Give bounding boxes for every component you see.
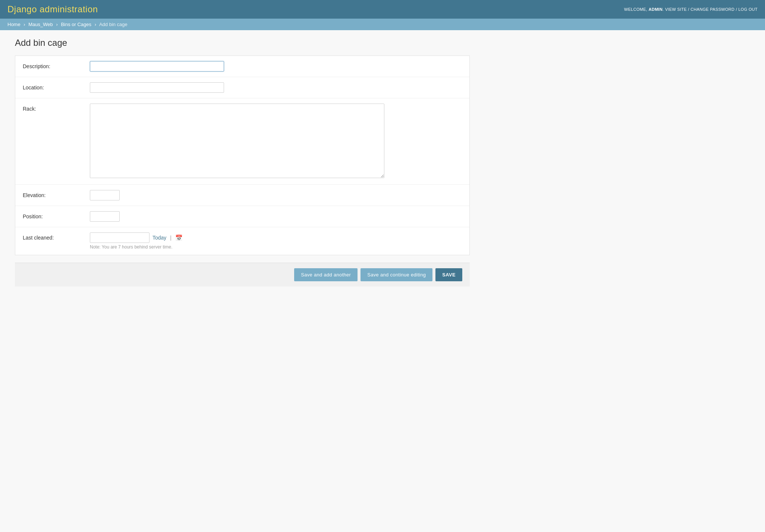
rack-textarea[interactable] bbox=[90, 104, 384, 178]
position-row: Position: bbox=[15, 206, 469, 227]
location-row: Location: bbox=[15, 77, 469, 98]
rack-row: Rack: bbox=[15, 98, 469, 185]
date-separator: | bbox=[170, 235, 171, 241]
site-header: Django administration WELCOME, ADMIN. VI… bbox=[0, 0, 765, 19]
username: ADMIN bbox=[649, 7, 663, 12]
breadcrumb-maus-web[interactable]: Maus_Web bbox=[28, 22, 53, 27]
site-title: Django administration bbox=[7, 4, 98, 15]
description-label: Description: bbox=[23, 61, 90, 69]
submit-row: Save and add another Save and continue e… bbox=[15, 263, 470, 286]
breadcrumb-separator-1: › bbox=[23, 22, 25, 27]
today-link[interactable]: Today bbox=[152, 235, 166, 241]
last-cleaned-label: Last cleaned: bbox=[23, 232, 90, 241]
last-cleaned-date-input[interactable] bbox=[90, 232, 149, 243]
user-tools: WELCOME, ADMIN. VIEW SITE / CHANGE PASSW… bbox=[624, 7, 758, 12]
site-branding: Django administration bbox=[7, 4, 98, 15]
description-row: Description: bbox=[15, 56, 469, 77]
date-row-wrapper: Today | 📅 bbox=[90, 232, 462, 243]
save-and-continue-button[interactable]: Save and continue editing bbox=[361, 268, 432, 281]
view-site-link[interactable]: VIEW SITE bbox=[665, 7, 687, 12]
description-input[interactable] bbox=[90, 61, 224, 72]
breadcrumb-current: Add bin cage bbox=[99, 22, 128, 27]
elevation-row: Elevation: bbox=[15, 185, 469, 206]
change-password-link[interactable]: CHANGE PASSWORD bbox=[690, 7, 734, 12]
description-field-wrapper bbox=[90, 61, 462, 72]
last-cleaned-row: Last cleaned: Today | 📅 Note: You are 7 … bbox=[15, 227, 469, 255]
breadcrumb-bins-or-cages[interactable]: Bins or Cages bbox=[61, 22, 91, 27]
rack-label: Rack: bbox=[23, 104, 90, 112]
save-button[interactable]: SAVE bbox=[435, 268, 462, 281]
elevation-label: Elevation: bbox=[23, 190, 90, 198]
page-title: Add bin cage bbox=[15, 38, 470, 48]
last-cleaned-field-wrapper: Today | 📅 Note: You are 7 hours behind s… bbox=[90, 232, 462, 250]
add-bin-cage-form: Description: Location: Rack: Elevation: bbox=[15, 56, 470, 255]
calendar-icon[interactable]: 📅 bbox=[175, 234, 183, 241]
position-label: Position: bbox=[23, 211, 90, 219]
welcome-text: WELCOME, bbox=[624, 7, 647, 12]
location-input[interactable] bbox=[90, 82, 224, 93]
main-content: Add bin cage Description: Location: Rack… bbox=[0, 30, 485, 294]
date-note: Note: You are 7 hours behind server time… bbox=[90, 244, 462, 250]
location-label: Location: bbox=[23, 82, 90, 91]
position-field-wrapper bbox=[90, 211, 462, 222]
elevation-field-wrapper bbox=[90, 190, 462, 200]
breadcrumb-home[interactable]: Home bbox=[7, 22, 21, 27]
breadcrumb: Home › Maus_Web › Bins or Cages › Add bi… bbox=[0, 19, 765, 30]
breadcrumb-separator-2: › bbox=[56, 22, 57, 27]
log-out-link[interactable]: LOG OUT bbox=[738, 7, 758, 12]
elevation-input[interactable] bbox=[90, 190, 120, 200]
breadcrumb-separator-3: › bbox=[95, 22, 96, 27]
position-input[interactable] bbox=[90, 211, 120, 222]
save-and-add-another-button[interactable]: Save and add another bbox=[294, 268, 358, 281]
location-field-wrapper bbox=[90, 82, 462, 93]
rack-field-wrapper bbox=[90, 104, 462, 179]
